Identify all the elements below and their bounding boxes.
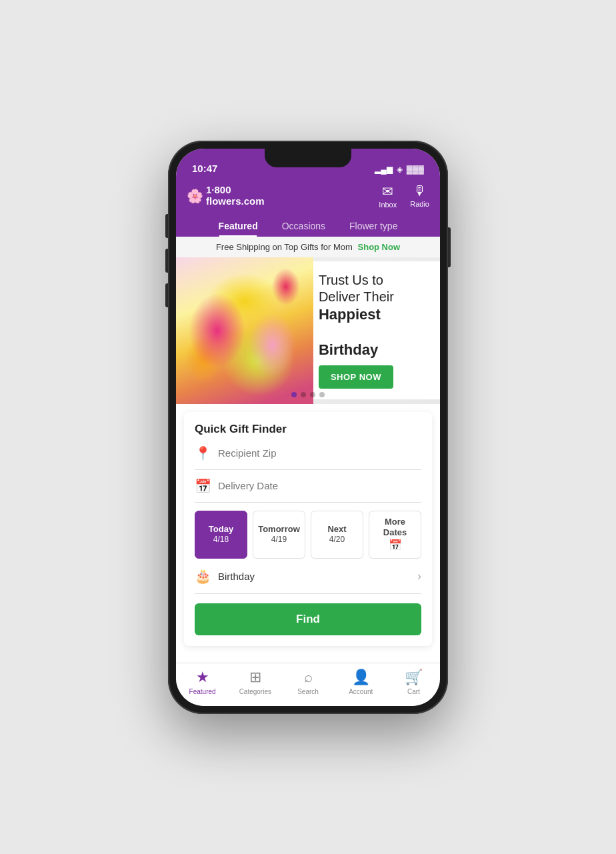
phone-screen: 10:47 ▂▄▆ ◈ ▓▓▓ 🌸 1·800 flowers.com [176,149,440,706]
bottom-nav-search-label: Search [297,688,319,695]
bottom-nav-categories[interactable]: ⊞ Categories [229,669,281,695]
bottom-nav-search[interactable]: ⌕ Search [281,669,334,695]
inbox-icon: ✉ [382,183,393,199]
featured-star-icon: ★ [196,669,209,686]
search-icon: ⌕ [304,669,313,686]
phone-notch [265,149,351,167]
bottom-nav-categories-label: Categories [239,688,271,695]
date-buttons: Today 4/18 Tomorrow 4/19 Next 4/20 More … [195,511,421,559]
inbox-label: Inbox [379,201,397,209]
date-input-row: 📅 [195,478,421,503]
header-top: 🌸 1·800 flowers.com ✉ Inbox 🎙 Radio [187,183,429,215]
carousel-dot-4 [319,392,325,397]
find-button[interactable]: Find [195,603,421,635]
bottom-nav-account-label: Account [349,688,373,695]
inbox-button[interactable]: ✉ Inbox [379,183,397,209]
date-btn-tomorrow[interactable]: Tomorrow 4/19 [253,511,305,559]
bottom-nav-account[interactable]: 👤 Account [335,669,387,695]
categories-grid-icon: ⊞ [249,669,261,686]
bottom-nav-featured-label: Featured [189,688,216,695]
signal-icon: ▂▄▆ [375,165,393,174]
hero-title: Trust Us to Deliver Their Happiest Birth… [319,272,432,359]
logo[interactable]: 🌸 1·800 flowers.com [187,185,265,207]
radio-icon: 🎙 [413,183,427,199]
location-icon: 📍 [195,445,211,461]
occasion-icon: 🎂 [195,568,211,584]
bottom-nav-featured[interactable]: ★ Featured [176,669,229,695]
carousel-dot-1 [291,392,297,397]
carousel-dot-2 [301,392,306,397]
nav-tabs: Featured Occasions Flower type [187,215,429,237]
flower-decoration [176,257,313,404]
promo-shop-now[interactable]: Shop Now [358,242,401,252]
hero-bold-line2: Birthday [319,341,432,359]
screen-content[interactable]: Free Shipping on Top Gifts for Mom Shop … [176,237,440,663]
tab-occasions[interactable]: Occasions [270,215,337,237]
occasion-label: Birthday [218,571,411,582]
radio-button[interactable]: 🎙 Radio [410,183,429,209]
wifi-icon: ◈ [397,165,403,174]
logo-text: 1·800 flowers.com [206,185,265,207]
logo-icon: 🌸 [187,188,203,204]
radio-label: Radio [410,200,429,208]
hero-bold-line1: Happiest [319,305,432,324]
carousel-dots [176,392,440,397]
hero-banner: Trust Us to Deliver Their Happiest Birth… [176,257,440,404]
bottom-nav-cart[interactable]: 🛒 Cart [387,669,440,695]
status-icons: ▂▄▆ ◈ ▓▓▓ [375,165,424,174]
phone-frame: 10:47 ▂▄▆ ◈ ▓▓▓ 🌸 1·800 flowers.com [168,141,448,714]
carousel-dot-3 [310,392,315,397]
bottom-nav-cart-label: Cart [407,688,420,695]
hero-text: Trust Us to Deliver Their Happiest Birth… [313,261,440,399]
status-time: 10:47 [192,163,217,174]
account-icon: 👤 [352,669,370,686]
more-dates-calendar-icon: 📅 [389,539,402,551]
promo-banner: Free Shipping on Top Gifts for Mom Shop … [176,237,440,257]
date-btn-more[interactable]: More Dates 📅 [369,511,421,559]
app-header: 🌸 1·800 flowers.com ✉ Inbox 🎙 Radio [176,178,440,237]
bottom-nav: ★ Featured ⊞ Categories ⌕ Search 👤 Accou… [176,663,440,706]
date-input[interactable] [218,480,421,491]
same-day-section-header: Same-Day Delivery SEE ALL [176,654,440,662]
header-actions: ✉ Inbox 🎙 Radio [379,183,429,209]
date-btn-next[interactable]: Next 4/20 [311,511,363,559]
date-btn-today[interactable]: Today 4/18 [195,511,247,559]
hero-flowers-image [176,257,313,404]
tab-flower-type[interactable]: Flower type [337,215,409,237]
tab-featured[interactable]: Featured [207,215,270,237]
cart-icon: 🛒 [405,669,423,686]
hero-shop-now-button[interactable]: SHOP NOW [319,365,393,389]
calendar-icon: 📅 [195,478,211,494]
occasion-chevron-icon: › [417,569,421,583]
battery-icon: ▓▓▓ [407,165,424,174]
gift-finder: Quick Gift Finder 📍 📅 Today 4/18 Tomorr [184,412,432,647]
zip-input-row: 📍 [195,445,421,470]
gift-finder-title: Quick Gift Finder [195,423,421,436]
occasion-row[interactable]: 🎂 Birthday › [195,568,421,594]
zip-input[interactable] [218,447,421,459]
